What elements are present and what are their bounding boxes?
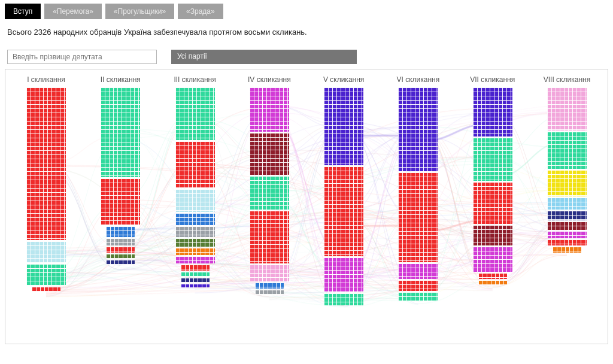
party-block[interactable] [106, 226, 135, 237]
party-block[interactable] [324, 257, 363, 292]
party-block[interactable] [473, 225, 512, 245]
party-block[interactable] [250, 87, 289, 132]
controls-row: Усі партії [0, 40, 613, 69]
party-block[interactable] [478, 273, 507, 279]
column-label: VII скликання [470, 75, 515, 84]
party-block[interactable] [101, 87, 140, 177]
party-block[interactable] [26, 241, 66, 263]
party-block[interactable] [250, 211, 289, 263]
column-label: VIII скликання [544, 75, 590, 84]
tab-peremoha[interactable]: «Перемога» [44, 4, 102, 19]
party-block[interactable] [324, 87, 363, 165]
column-stack [473, 87, 512, 285]
column-label: III скликання [174, 75, 216, 84]
tabs-nav: Вступ «Перемога» «Прогульщики» «Зрада» [0, 0, 613, 22]
column-label: V скликання [323, 75, 364, 84]
column-label: II скликання [101, 75, 141, 84]
columns-container: I скликанняII скликанняIII скликанняIV с… [5, 69, 608, 344]
party-block[interactable] [324, 293, 363, 305]
column: VIII скликання [536, 75, 598, 338]
party-block[interactable] [473, 247, 512, 272]
column: II скликання [89, 75, 151, 338]
party-block[interactable] [547, 211, 587, 220]
column: IV скликання [238, 75, 301, 338]
party-block[interactable] [250, 176, 289, 210]
party-block[interactable] [553, 247, 581, 253]
party-block[interactable] [175, 256, 215, 263]
party-block[interactable] [106, 247, 135, 253]
column-stack [398, 87, 438, 301]
party-block[interactable] [106, 238, 135, 245]
party-block[interactable] [398, 263, 438, 279]
party-block[interactable] [547, 170, 587, 196]
party-block[interactable] [255, 283, 284, 289]
party-block[interactable] [175, 189, 215, 212]
party-block[interactable] [181, 272, 210, 277]
party-block[interactable] [398, 87, 438, 171]
party-block[interactable] [175, 248, 215, 255]
party-block[interactable] [547, 87, 587, 131]
column: V скликання [312, 75, 375, 338]
party-block[interactable] [175, 87, 215, 140]
party-block[interactable] [101, 178, 140, 225]
intro-text: Всього 2326 народних обранців Україна за… [0, 22, 613, 40]
party-block[interactable] [547, 132, 587, 169]
party-block[interactable] [324, 166, 363, 256]
party-filter[interactable]: Усі партії [171, 50, 357, 64]
search-input[interactable] [7, 50, 157, 64]
party-block[interactable] [398, 292, 438, 301]
column: I скликання [15, 75, 77, 338]
column-label: IV скликання [248, 75, 291, 84]
column-stack [175, 87, 215, 287]
tab-prohulshchyky[interactable]: «Прогульщики» [105, 4, 174, 19]
party-block[interactable] [473, 182, 512, 224]
party-block[interactable] [398, 280, 438, 291]
column-label: VI скликання [397, 75, 440, 84]
party-block[interactable] [175, 141, 215, 188]
party-block[interactable] [175, 238, 215, 247]
column-stack [547, 87, 587, 253]
party-block[interactable] [473, 87, 512, 136]
party-block[interactable] [175, 213, 215, 225]
party-block[interactable] [547, 239, 587, 245]
column: VI скликання [387, 75, 449, 338]
column-stack [324, 87, 363, 305]
party-block[interactable] [547, 222, 587, 230]
column-label: I скликання [27, 75, 65, 84]
party-block[interactable] [26, 264, 66, 286]
column-stack [26, 87, 66, 292]
party-block[interactable] [106, 260, 135, 265]
party-block[interactable] [181, 278, 210, 283]
party-block[interactable] [398, 172, 438, 262]
party-block[interactable] [547, 198, 587, 210]
party-block[interactable] [181, 265, 210, 271]
column-stack [101, 87, 140, 265]
party-block[interactable] [106, 254, 135, 259]
column: VII скликання [462, 75, 524, 338]
party-block[interactable] [250, 265, 289, 281]
column: III скликання [164, 75, 226, 338]
party-block[interactable] [250, 133, 289, 175]
tab-zrada[interactable]: «Зрада» [178, 4, 223, 19]
party-block[interactable] [181, 284, 210, 287]
party-block[interactable] [175, 226, 215, 237]
party-block[interactable] [478, 280, 507, 285]
tab-intro[interactable]: Вступ [5, 4, 41, 19]
party-block[interactable] [473, 138, 512, 181]
party-block[interactable] [547, 231, 587, 238]
column-stack [250, 87, 289, 295]
party-block[interactable] [32, 287, 60, 292]
visualization: I скликанняII скликанняIII скликанняIV с… [5, 69, 608, 344]
party-block[interactable] [255, 290, 284, 295]
party-block[interactable] [26, 87, 66, 240]
